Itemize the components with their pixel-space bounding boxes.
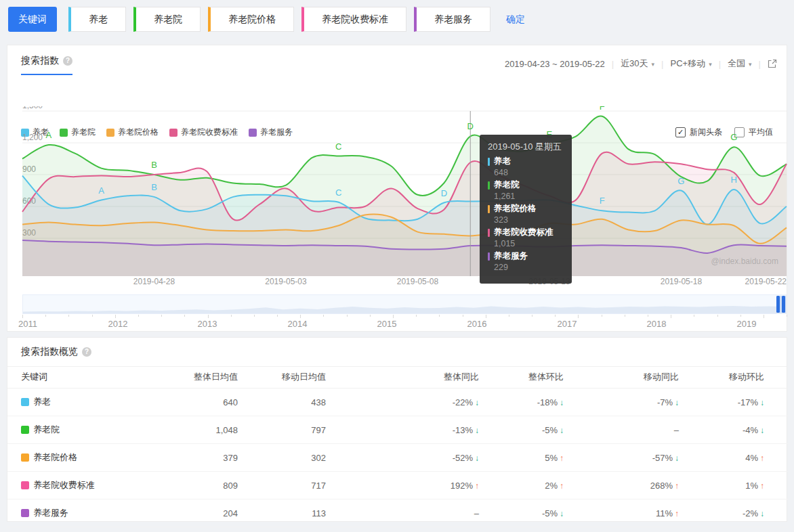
arrow-up-icon: ↑ xyxy=(560,481,564,491)
help-icon[interactable]: ? xyxy=(82,347,91,357)
column-header: 移动环比 xyxy=(729,371,764,383)
row-keyword[interactable]: 养老院收费标准 xyxy=(21,479,95,491)
tooltip-series-label: 养老服务 xyxy=(494,250,528,262)
arrow-up-icon: ↑ xyxy=(760,453,764,463)
keyword-tag[interactable]: 养老院 xyxy=(133,7,201,32)
arrow-up-icon: ↑ xyxy=(675,481,679,491)
year-label: 2016 xyxy=(467,319,487,329)
tick-mark xyxy=(370,315,371,317)
tooltip-series-value: 323 xyxy=(494,215,564,225)
keyword-tag[interactable]: 养老院价格 xyxy=(208,7,294,32)
tick-mark xyxy=(463,315,463,317)
arrow-down-icon: ↓ xyxy=(560,509,564,518)
year-label: 2015 xyxy=(377,319,397,329)
tooltip-item: 养老院价格323 xyxy=(488,203,564,225)
tooltip-series-name: 养老院收费标准 xyxy=(488,227,564,238)
column-header: 整体日均值 xyxy=(194,371,238,383)
keyword-tag[interactable]: 养老服务 xyxy=(414,7,490,32)
tick-mark xyxy=(509,315,509,317)
tooltip-series-label: 养老院收费标准 xyxy=(494,227,553,238)
tooltip-series-bar xyxy=(488,158,490,166)
news-marker-养老-D: D xyxy=(441,188,447,198)
tick-mark xyxy=(208,315,209,318)
news-marker-养老院-F: F xyxy=(600,106,605,112)
mobile-daily-avg: 797 xyxy=(311,425,326,435)
year-label: 2018 xyxy=(647,319,667,329)
year-label: 2017 xyxy=(558,319,577,329)
tooltip-series-value: 648 xyxy=(494,167,564,178)
tick-mark xyxy=(740,315,741,317)
x-axis-tick: 2019-04-28 xyxy=(133,277,175,286)
overall-daily-avg: 204 xyxy=(223,508,238,518)
keyword-tag[interactable]: 养老院收费标准 xyxy=(301,7,406,32)
confirm-button[interactable]: 确定 xyxy=(506,14,525,26)
arrow-down-icon: ↓ xyxy=(475,453,479,463)
separator: | xyxy=(661,59,663,69)
arrow-down-icon: ↓ xyxy=(475,398,479,407)
change-value: -5% xyxy=(542,425,558,435)
y-axis-tick: 1,500 xyxy=(22,106,43,110)
tick-mark xyxy=(717,315,718,317)
tooltip-item: 养老服务229 xyxy=(488,250,564,273)
change-cell: 268%↑ xyxy=(650,481,679,491)
device-dropdown[interactable]: PC+移动▾ xyxy=(671,58,712,70)
tooltip-item: 养老院收费标准1,015 xyxy=(488,227,564,249)
tooltip-series-bar xyxy=(488,181,490,190)
keyword-swatch xyxy=(21,398,29,406)
region-dropdown[interactable]: 全国▾ xyxy=(728,58,752,70)
x-axis-tick: 2019-05-08 xyxy=(397,277,439,286)
keyword-label: 养老 xyxy=(33,396,51,408)
change-value: -52% xyxy=(453,453,473,463)
keyword-label: 养老院收费标准 xyxy=(33,479,95,491)
tick-mark xyxy=(764,315,764,318)
tooltip-series-bar xyxy=(488,205,490,213)
date-range[interactable]: 2019-04-23 ~ 2019-05-22 xyxy=(505,59,605,69)
change-cell: 4%↑ xyxy=(745,453,764,463)
overall-daily-avg: 640 xyxy=(223,397,238,407)
arrow-up-icon: ↑ xyxy=(675,509,679,518)
tooltip-item: 养老院1,261 xyxy=(488,179,564,202)
keyword-tag[interactable]: 养老 xyxy=(68,7,126,32)
tick-mark xyxy=(671,315,671,318)
row-keyword[interactable]: 养老院价格 xyxy=(21,451,77,464)
period-dropdown[interactable]: 近30天▾ xyxy=(621,58,654,70)
tick-mark xyxy=(393,315,394,318)
tab-search-index[interactable]: 搜索指数? xyxy=(21,55,72,75)
tooltip-series-value: 1,015 xyxy=(494,238,564,249)
tick-mark xyxy=(68,315,69,317)
tab-label: 搜索指数 xyxy=(21,55,59,66)
row-keyword[interactable]: 养老服务 xyxy=(21,507,68,519)
separator: | xyxy=(759,59,761,69)
news-marker-养老院-B: B xyxy=(151,160,157,170)
mobile-daily-avg: 438 xyxy=(311,397,326,407)
keyword-swatch xyxy=(21,453,29,462)
trend-chart[interactable]: 3006009001,2001,500ABCDEFGABCDFGH2019-04… xyxy=(7,106,788,289)
change-cell: -5%↓ xyxy=(542,425,564,435)
export-icon[interactable] xyxy=(768,59,777,68)
keyword-tag-label: 养老院收费标准 xyxy=(322,14,388,26)
overview-card: 搜索指数概览? 关键词整体日均值移动日均值整体同比整体环比移动同比移动环比养老6… xyxy=(7,337,787,522)
row-keyword[interactable]: 养老院 xyxy=(21,424,60,436)
year-label: 2019 xyxy=(737,319,757,329)
help-icon[interactable]: ? xyxy=(63,56,72,66)
slider-handle-left[interactable] xyxy=(776,296,780,313)
change-value: 2% xyxy=(545,481,558,491)
tick-mark xyxy=(347,315,348,317)
change-cell: -5%↓ xyxy=(542,508,564,518)
change-cell: -2%↓ xyxy=(743,508,764,518)
change-value: -4% xyxy=(743,425,758,435)
slider-handle-right[interactable] xyxy=(782,296,785,313)
change-cell: 11%↑ xyxy=(656,508,679,518)
tooltip-series-name: 养老院价格 xyxy=(488,203,564,215)
timeline-slider[interactable] xyxy=(22,294,787,314)
timeline-minimap xyxy=(23,295,786,313)
news-marker-养老院-G: G xyxy=(730,132,737,142)
chevron-down-icon: ▾ xyxy=(749,61,752,68)
arrow-down-icon: ↓ xyxy=(760,398,764,407)
tick-mark xyxy=(416,315,417,317)
keyword-label-button[interactable]: 关键词 xyxy=(8,7,57,32)
row-keyword[interactable]: 养老 xyxy=(21,396,51,408)
keyword-tag-label: 养老 xyxy=(89,14,108,26)
change-value: 1% xyxy=(745,481,758,491)
overall-daily-avg: 1,048 xyxy=(215,425,238,435)
